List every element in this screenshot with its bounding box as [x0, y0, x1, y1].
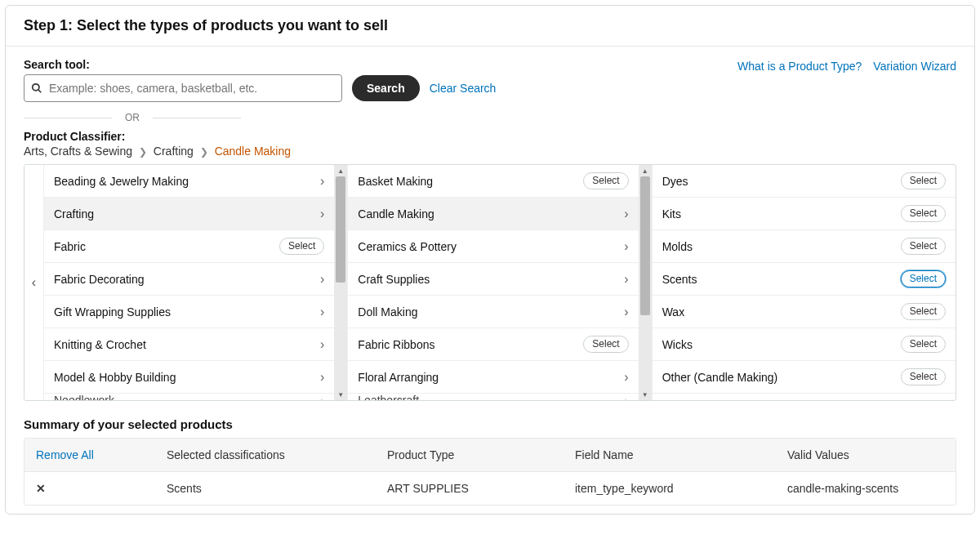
classifier-item[interactable]: Model & Hobby Building› [44, 361, 334, 394]
classifier-item-label: Molds [662, 240, 693, 253]
scroll-up-icon[interactable]: ▲ [334, 165, 347, 176]
classifier-item[interactable]: WicksSelect [653, 328, 956, 361]
clear-search-link[interactable]: Clear Search [430, 82, 497, 95]
remove-row-button[interactable]: ✕ [36, 482, 46, 495]
breadcrumb-level-3[interactable]: Candle Making [215, 145, 291, 158]
select-button[interactable]: Select [583, 336, 628, 354]
classifier-item-label: Fabric Decorating [54, 273, 145, 286]
classifier-item-label: Fabric [54, 240, 86, 253]
what-is-product-type-link[interactable]: What is a Product Type? [737, 60, 862, 73]
classifier-item-label: Craft Supplies [358, 273, 430, 286]
scrollbar-thumb[interactable] [336, 176, 345, 283]
search-label: Search tool: [24, 58, 496, 71]
chevron-right-icon: › [624, 305, 628, 319]
scroll-up-icon[interactable]: ▲ [639, 165, 652, 176]
chevron-right-icon: › [320, 370, 324, 385]
chevron-left-icon: ‹ [32, 275, 36, 290]
classifier-item[interactable]: ScentsSelect [653, 263, 956, 296]
variation-wizard-link[interactable]: Variation Wizard [873, 60, 956, 73]
classifier-item[interactable]: Other (Candle Making)Select [653, 361, 956, 394]
classifier-item-label: Basket Making [358, 175, 433, 188]
classifier-item[interactable]: DyesSelect [653, 165, 956, 198]
chevron-right-icon: › [624, 370, 628, 385]
classifier-item[interactable]: Beading & Jewelry Making› [44, 165, 334, 198]
classifier-item[interactable]: Crafting› [44, 198, 334, 230]
col-header-valid-values: Valid Values [787, 448, 944, 461]
search-icon [31, 82, 42, 94]
breadcrumb-level-2[interactable]: Crafting [154, 145, 194, 158]
classifier-item-label: Scents [662, 273, 697, 286]
classifier-item[interactable]: Craft Supplies› [348, 263, 638, 296]
select-button[interactable]: Select [901, 172, 946, 190]
classifier-item[interactable]: WaxSelect [653, 296, 956, 328]
classifier-item-label: Knitting & Crochet [54, 338, 146, 351]
classifier-item[interactable]: Fabric Decorating› [44, 263, 334, 296]
row-product-type: ART SUPPLIES [387, 482, 575, 495]
classifier-item[interactable]: MoldsSelect [653, 230, 956, 263]
select-button[interactable]: Select [901, 270, 946, 288]
chevron-right-icon: › [320, 174, 324, 189]
classifier-item-label: Doll Making [358, 305, 417, 319]
classifier-column-2: Basket MakingSelectCandle Making›Ceramic… [348, 165, 652, 400]
classifier-item-label: Floral Arranging [358, 371, 439, 384]
classifier-item-label: Kits [662, 207, 681, 221]
classifier-item[interactable]: KitsSelect [653, 198, 956, 230]
or-divider-text: OR [112, 112, 153, 123]
chevron-right-icon: › [320, 305, 324, 319]
scrollbar[interactable]: ▲ ▼ [639, 165, 652, 400]
summary-title: Summary of your selected products [6, 401, 974, 438]
scroll-down-icon[interactable]: ▼ [334, 389, 347, 400]
svg-line-1 [38, 90, 42, 93]
select-button[interactable]: Select [901, 238, 946, 256]
chevron-right-icon: › [624, 239, 628, 254]
select-button[interactable]: Select [583, 172, 628, 190]
select-button[interactable]: Select [901, 303, 946, 321]
search-input[interactable] [47, 81, 335, 96]
classifier-item-label: Beading & Jewelry Making [54, 175, 189, 188]
chevron-right-icon: ❯ [139, 146, 147, 158]
classifier-item-partial[interactable]: Needlework› [44, 394, 334, 400]
summary-row: ✕ Scents ART SUPPLIES item_type_keyword … [24, 472, 956, 505]
chevron-right-icon: › [320, 207, 324, 221]
row-field-name: item_type_keyword [575, 482, 787, 495]
select-button[interactable]: Select [901, 205, 946, 223]
classifier-item[interactable]: Gift Wrapping Supplies› [44, 296, 334, 328]
classifier-item-label: Gift Wrapping Supplies [54, 305, 171, 319]
breadcrumb-level-1[interactable]: Arts, Crafts & Sewing [24, 145, 132, 158]
classifier-item[interactable]: Floral Arranging› [348, 361, 638, 394]
chevron-right-icon: › [624, 272, 628, 287]
select-button[interactable]: Select [279, 238, 324, 256]
classifier-item[interactable]: Candle Making› [348, 198, 638, 230]
classifier-item-label: Fabric Ribbons [358, 338, 434, 351]
search-button[interactable]: Search [352, 75, 420, 101]
scrollbar[interactable]: ▲ ▼ [334, 165, 347, 400]
summary-table: Remove All Selected classifications Prod… [24, 438, 956, 506]
col-header-product-type: Product Type [387, 448, 575, 461]
select-button[interactable]: Select [901, 368, 946, 386]
chevron-right-icon: ❯ [200, 146, 208, 158]
col-header-field-name: Field Name [575, 448, 787, 461]
chevron-right-icon: › [624, 207, 628, 221]
classifier-item[interactable]: FabricSelect [44, 230, 334, 263]
classifier-item[interactable]: Knitting & Crochet› [44, 328, 334, 361]
breadcrumb: Arts, Crafts & Sewing ❯ Crafting ❯ Candl… [6, 143, 974, 164]
scroll-down-icon[interactable]: ▼ [639, 389, 652, 400]
nav-back-button[interactable]: ‹ [24, 165, 44, 400]
classifier-item[interactable]: Basket MakingSelect [348, 165, 638, 198]
classifier-item[interactable]: Ceramics & Pottery› [348, 230, 638, 263]
classifier-item-label: Wicks [662, 338, 693, 351]
select-button[interactable]: Select [901, 336, 946, 354]
search-input-container[interactable] [24, 74, 342, 102]
scrollbar-thumb[interactable] [640, 176, 650, 315]
remove-all-link[interactable]: Remove All [36, 448, 94, 461]
classifier-item-partial[interactable]: Leathercraft› [348, 394, 638, 400]
classifier-item-label: Wax [662, 305, 684, 319]
classifier-item[interactable]: Doll Making› [348, 296, 638, 328]
classifier-label: Product Classifier: [6, 130, 974, 143]
classifier-item-label: Dyes [662, 175, 688, 188]
classifier-item-label: Crafting [54, 207, 94, 221]
classifier-item-label: Model & Hobby Building [54, 371, 176, 384]
chevron-right-icon: › [320, 337, 324, 352]
row-valid-values: candle-making-scents [787, 482, 944, 495]
classifier-item[interactable]: Fabric RibbonsSelect [348, 328, 638, 361]
